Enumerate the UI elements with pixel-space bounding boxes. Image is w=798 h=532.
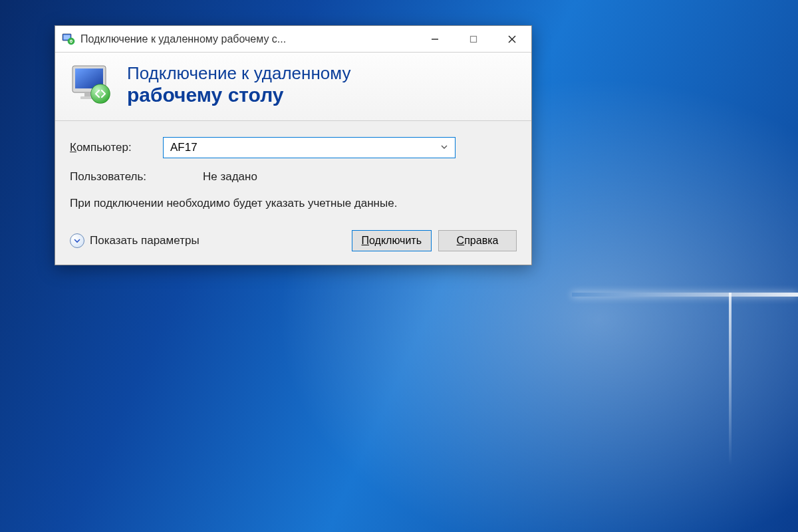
dialog-body: Компьютер: Пользователь: Не задано При п… (55, 121, 531, 265)
help-button[interactable]: Справка (438, 230, 517, 251)
banner-line1: Подключение к удаленному (127, 64, 350, 84)
close-button[interactable] (493, 26, 531, 52)
svg-point-2 (68, 38, 74, 45)
computer-combobox[interactable] (163, 137, 456, 158)
user-label: Пользователь: (70, 170, 183, 184)
button-group: Подключить Справка (352, 230, 517, 251)
computer-label: Компьютер: (70, 141, 163, 154)
svg-point-13 (91, 84, 110, 103)
svg-rect-4 (471, 36, 477, 42)
window-controls (416, 26, 531, 52)
titlebar[interactable]: Подключение к удаленному рабочему с... (55, 26, 531, 53)
window-title: Подключение к удаленному рабочему с... (80, 33, 416, 45)
rdp-monitor-icon (68, 62, 115, 108)
app-icon (62, 33, 75, 46)
banner-line2: рабочему столу (127, 84, 350, 107)
expand-chevron-icon (70, 233, 84, 248)
banner-text: Подключение к удаленному рабочему столу (127, 64, 350, 106)
connect-button[interactable]: Подключить (352, 230, 432, 251)
minimize-button[interactable] (416, 26, 454, 52)
footer-row: Показать параметры Подключить Справка (70, 230, 517, 251)
show-options-toggle[interactable]: Показать параметры (70, 233, 200, 248)
credentials-hint: При подключении необходимо будет указать… (70, 196, 422, 211)
user-value: Не задано (203, 170, 257, 184)
banner: Подключение к удаленному рабочему столу (55, 53, 531, 121)
light-beam (572, 293, 798, 297)
light-beam-vertical (729, 293, 732, 466)
computer-row: Компьютер: (70, 137, 517, 158)
maximize-button[interactable] (454, 26, 493, 52)
rdp-window: Подключение к удаленному рабочему с... (55, 25, 532, 265)
computer-input[interactable] (170, 141, 438, 154)
user-row: Пользователь: Не задано (70, 170, 517, 184)
chevron-down-icon[interactable] (438, 143, 451, 153)
